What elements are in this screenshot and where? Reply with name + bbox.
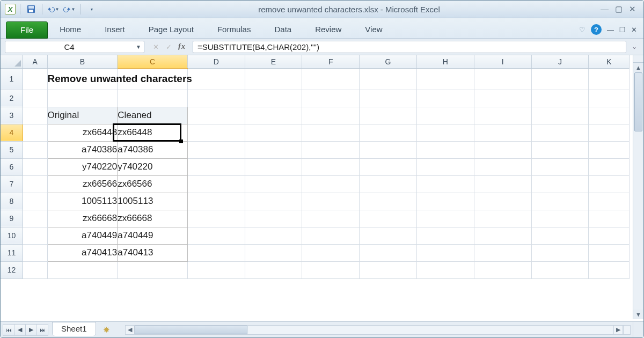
- undo-button[interactable]: ▼: [47, 3, 60, 15]
- column-header-I[interactable]: I: [474, 55, 531, 68]
- cell-I5[interactable]: [474, 141, 531, 158]
- cell-F11[interactable]: [302, 244, 360, 261]
- cell-I3[interactable]: [474, 107, 531, 124]
- horizontal-scrollbar[interactable]: ◀ ▶: [125, 325, 633, 335]
- cell-A5[interactable]: [23, 141, 47, 158]
- enter-formula-button[interactable]: ✓: [163, 41, 174, 53]
- cell-B3[interactable]: Original: [47, 107, 118, 124]
- cell-B6[interactable]: y740220: [47, 158, 118, 175]
- cell-E7[interactable]: [245, 175, 302, 193]
- cell-J1[interactable]: [531, 68, 589, 90]
- cell-I2[interactable]: [474, 90, 531, 107]
- vertical-scrollbar[interactable]: ▲ ▼: [633, 55, 643, 319]
- cell-C9[interactable]: zx66668: [118, 210, 188, 227]
- row-header-3[interactable]: 3: [1, 107, 23, 124]
- spreadsheet-grid[interactable]: ABCDEFGHIJK1Remove unwanted characters23…: [1, 55, 630, 279]
- cell-K6[interactable]: [589, 158, 630, 175]
- cell-F1[interactable]: [302, 68, 360, 90]
- cell-J5[interactable]: [531, 141, 589, 158]
- cell-C10[interactable]: a740449: [118, 227, 188, 244]
- tab-home[interactable]: Home: [48, 21, 93, 38]
- workbook-restore-button[interactable]: ❐: [619, 26, 626, 34]
- column-header-B[interactable]: B: [47, 55, 118, 68]
- expand-formula-bar-button[interactable]: ⌄: [630, 43, 639, 50]
- cell-B10[interactable]: a740449: [47, 227, 118, 244]
- cell-E8[interactable]: [245, 193, 302, 210]
- cell-E11[interactable]: [245, 244, 302, 261]
- tab-page-layout[interactable]: Page Layout: [137, 21, 206, 38]
- cell-I12[interactable]: [474, 261, 531, 278]
- cell-E3[interactable]: [245, 107, 302, 124]
- cell-J4[interactable]: [531, 124, 589, 141]
- cell-J2[interactable]: [531, 90, 589, 107]
- cell-B7[interactable]: zx66566: [47, 175, 118, 193]
- formula-input[interactable]: [193, 41, 626, 53]
- cell-K2[interactable]: [589, 90, 630, 107]
- hscroll-thumb[interactable]: [135, 326, 247, 334]
- prev-sheet-button[interactable]: ◀: [14, 324, 26, 336]
- cell-F2[interactable]: [302, 90, 360, 107]
- tab-view[interactable]: View: [353, 21, 394, 38]
- cell-E12[interactable]: [245, 261, 302, 278]
- cell-G5[interactable]: [360, 141, 417, 158]
- cell-C8[interactable]: 1005113: [118, 193, 188, 210]
- cell-E1[interactable]: [245, 68, 302, 90]
- file-tab[interactable]: File: [6, 21, 48, 39]
- cell-F12[interactable]: [302, 261, 360, 278]
- cell-F10[interactable]: [302, 227, 360, 244]
- cell-B2[interactable]: [47, 90, 118, 107]
- cell-A2[interactable]: [23, 90, 47, 107]
- cell-K5[interactable]: [589, 141, 630, 158]
- cancel-formula-button[interactable]: ✕: [150, 41, 162, 53]
- cell-H7[interactable]: [416, 175, 474, 193]
- cell-D2[interactable]: [187, 90, 245, 107]
- insert-function-button[interactable]: ƒx: [175, 42, 187, 51]
- cell-E6[interactable]: [245, 158, 302, 175]
- cell-C4[interactable]: zx66448: [118, 124, 188, 141]
- cell-J10[interactable]: [531, 227, 589, 244]
- cell-F9[interactable]: [302, 210, 360, 227]
- row-header-1[interactable]: 1: [1, 68, 23, 90]
- cell-K4[interactable]: [589, 124, 630, 141]
- name-box-input[interactable]: [5, 41, 133, 53]
- scroll-left-button[interactable]: ◀: [125, 325, 135, 335]
- cell-K8[interactable]: [589, 193, 630, 210]
- cell-K11[interactable]: [589, 244, 630, 261]
- row-header-8[interactable]: 8: [1, 193, 23, 210]
- column-header-C[interactable]: C: [118, 55, 188, 68]
- tab-data[interactable]: Data: [262, 21, 303, 38]
- ribbon-minimize-icon[interactable]: ♡: [579, 26, 586, 34]
- row-header-7[interactable]: 7: [1, 175, 23, 193]
- row-header-10[interactable]: 10: [1, 227, 23, 244]
- minimize-button[interactable]: ―: [601, 4, 609, 14]
- cell-F3[interactable]: [302, 107, 360, 124]
- cell-G10[interactable]: [360, 227, 417, 244]
- cell-B12[interactable]: [47, 261, 118, 278]
- column-header-F[interactable]: F: [302, 55, 360, 68]
- column-header-G[interactable]: G: [360, 55, 417, 68]
- vertical-split-handle[interactable]: [633, 55, 643, 63]
- cell-D7[interactable]: [187, 175, 245, 193]
- cell-J7[interactable]: [531, 175, 589, 193]
- cell-A8[interactable]: [23, 193, 47, 210]
- cell-B11[interactable]: a740413: [47, 244, 118, 261]
- cell-K12[interactable]: [589, 261, 630, 278]
- cell-A9[interactable]: [23, 210, 47, 227]
- cell-H3[interactable]: [416, 107, 474, 124]
- cell-G2[interactable]: [360, 90, 417, 107]
- row-header-2[interactable]: 2: [1, 90, 23, 107]
- cell-F5[interactable]: [302, 141, 360, 158]
- cell-C2[interactable]: [118, 90, 188, 107]
- cell-C11[interactable]: a740413: [118, 244, 188, 261]
- cell-I1[interactable]: [474, 68, 531, 90]
- cell-H1[interactable]: [416, 68, 474, 90]
- workbook-minimize-button[interactable]: ―: [607, 26, 614, 34]
- cell-E9[interactable]: [245, 210, 302, 227]
- cell-H11[interactable]: [416, 244, 474, 261]
- cell-H6[interactable]: [416, 158, 474, 175]
- cell-B5[interactable]: a740386: [47, 141, 118, 158]
- cell-A12[interactable]: [23, 261, 47, 278]
- row-header-12[interactable]: 12: [1, 261, 23, 278]
- cell-K1[interactable]: [589, 68, 630, 90]
- cell-D4[interactable]: [187, 124, 245, 141]
